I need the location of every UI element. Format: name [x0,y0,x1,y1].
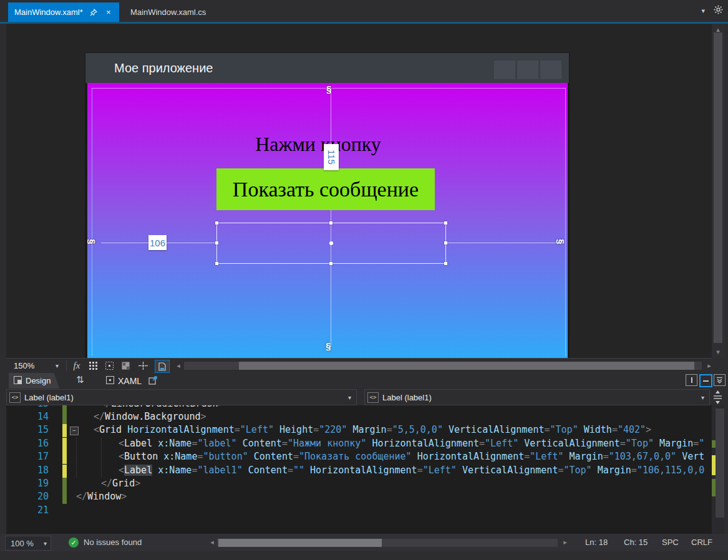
design-xaml-split-bar: Design ⇅ XAML [6,373,724,389]
change-tracking-bar [62,438,67,451]
code-line[interactable]: 17<Button x:Name="button" Content="Показ… [6,451,712,464]
design-window-client[interactable]: Нажми кнопку Показать сообщение [87,83,568,358]
code-text: <Label x:Name="label1" Content="" Horizo… [119,465,704,476]
line-number: 16 [6,438,49,449]
design-label-nazhmi-knopku[interactable]: Нажми кнопку [237,133,399,156]
right-margin-anchor-icon[interactable]: § [556,239,566,244]
code-line[interactable]: 16<Label x:Name="label" Content="Нажми к… [6,438,712,451]
editor-hscroll-thumb[interactable] [218,539,382,547]
code-line[interactable]: 18<Label x:Name="label1" Content="" Hori… [6,465,712,478]
change-tracking-bar [62,451,67,464]
margin-left-measure[interactable]: 106 [148,235,167,250]
status-hscroll-right-icon[interactable]: ▸ [559,538,571,546]
resize-handle-bottom-right[interactable] [444,262,447,265]
margin-top-measure[interactable]: 115 [324,144,339,170]
resize-handle-top-left[interactable] [215,221,218,224]
selection-center-dot [329,241,333,245]
code-text: </Window> [76,491,127,502]
change-tracking-bar [62,405,67,411]
designer-hscroll-thumb[interactable] [239,362,694,370]
element-picker-left-value: Label (label1) [24,393,74,402]
hscroll-left-icon[interactable]: ◂ [172,362,185,370]
line-number: 15 [6,424,49,435]
designer-vscroll-thumb[interactable] [714,32,722,343]
designer-zoom-value: 150% [14,361,34,370]
line-indicator[interactable]: Ln: 18 [585,538,608,547]
design-surface[interactable]: Мое приложение Нажми кнопку Показать соо… [6,24,712,358]
spaces-indicator[interactable]: SPC [662,538,679,547]
hscroll-right-icon[interactable]: ▸ [703,362,716,370]
element-picker-row: <> Label (label1) ▾ <> Label (label1) ▾ [6,389,724,405]
code-line[interactable]: 14</Window.Background> [6,411,712,424]
tab-xaml[interactable]: XAML [101,373,147,389]
horizontal-split-button[interactable] [699,374,712,387]
code-line[interactable]: 15−<Grid HorizontalAlignment="Left" Heig… [6,424,712,437]
designer-horizontal-scrollbar[interactable] [184,362,702,370]
bottom-margin-anchor-icon[interactable]: § [326,341,331,350]
pane-splitter-grip[interactable] [712,390,723,407]
snapping-toggle-button[interactable] [119,360,132,372]
issues-status-text[interactable]: No issues found [84,538,142,547]
resize-handle-top-center[interactable] [329,221,332,224]
line-number: 14 [6,411,49,422]
designer-zoom-select[interactable]: 150% ▾ [7,360,62,372]
change-mark-saved [712,479,716,496]
grid-right-adorner-line [565,88,566,356]
code-line[interactable]: 19</Grid> [6,478,712,491]
change-tracking-bar [62,478,67,491]
resize-handle-top-right[interactable] [444,221,447,224]
close-icon[interactable]: × [104,8,113,17]
show-message-button[interactable]: Показать сообщение [216,168,435,210]
tab-list-chevron-down-icon[interactable]: ▾ [701,7,705,15]
design-view-icon [14,376,22,386]
snap-grid-button[interactable] [102,360,116,372]
snaplines-toggle-button[interactable] [155,360,170,373]
swap-panes-icon[interactable]: ⇅ [76,374,84,385]
change-tracking-bar [62,465,67,478]
line-number: 19 [6,478,49,489]
editor-horizontal-scrollbar[interactable] [217,539,558,547]
pin-icon[interactable] [89,8,98,17]
fold-collapse-icon[interactable]: − [70,427,79,435]
no-issues-check-icon: ✓ [69,538,79,548]
popout-window-icon[interactable] [148,375,158,387]
chevron-down-icon: ▾ [701,394,704,401]
code-line[interactable]: 21 [6,504,712,518]
scroll-down-icon[interactable]: ▾ [712,348,724,356]
code-line[interactable]: 13</LinearGradientBrush> [6,405,712,411]
editor-vertical-scrollbar[interactable] [712,405,724,535]
tab-design[interactable]: Design [9,373,59,389]
gear-icon[interactable] [714,5,723,17]
change-mark-unsaved [712,455,716,475]
code-text: <Grid HorizontalAlignment="Left" Height=… [94,424,651,435]
code-text: <Label x:Name="label" Content="Нажми кно… [119,438,704,449]
code-line[interactable]: 20</Window> [6,491,712,504]
editor-vscroll-thumb[interactable] [716,408,724,518]
toolbar-divider [66,360,67,371]
designer-vertical-scrollbar[interactable]: ▴ ▾ [712,24,724,358]
tab-mainwindow-xaml[interactable]: MainWindow.xaml* × [8,2,119,22]
xaml-code-editor[interactable]: 13</LinearGradientBrush>14</Window.Backg… [6,405,712,535]
top-margin-anchor-icon[interactable]: § [326,84,331,94]
right-measure-line [445,243,560,243]
element-picker-left[interactable]: <> Label (label1) ▾ [6,389,357,405]
design-minimize-button [494,60,515,79]
element-picker-right[interactable]: <> Label (label1) ▾ [364,389,710,405]
vertical-split-button[interactable] [686,374,697,386]
effects-fx-button[interactable]: fx [70,360,84,372]
selection-rectangle[interactable] [216,223,446,264]
design-window-preview[interactable]: Мое приложение Нажми кнопку Показать соо… [85,53,569,358]
tab-mainwindow-xaml-cs[interactable]: MainWindow.xaml.cs [124,2,212,22]
collapse-pane-button[interactable] [714,374,726,386]
snap-to-gridlines-button[interactable] [136,360,150,372]
status-hscroll-left-icon[interactable]: ◂ [206,538,218,546]
resize-handle-bottom-center[interactable] [329,262,332,265]
line-number: 18 [6,465,49,476]
left-margin-anchor-icon[interactable]: § [87,239,97,244]
resize-handle-bottom-left[interactable] [215,262,218,265]
line-ending-indicator[interactable]: CRLF [691,538,712,547]
line-number: 21 [6,504,49,516]
column-indicator[interactable]: Ch: 15 [624,538,648,547]
show-grid-button[interactable] [86,360,100,372]
editor-zoom-select[interactable]: 100 % ▾ [5,536,51,551]
